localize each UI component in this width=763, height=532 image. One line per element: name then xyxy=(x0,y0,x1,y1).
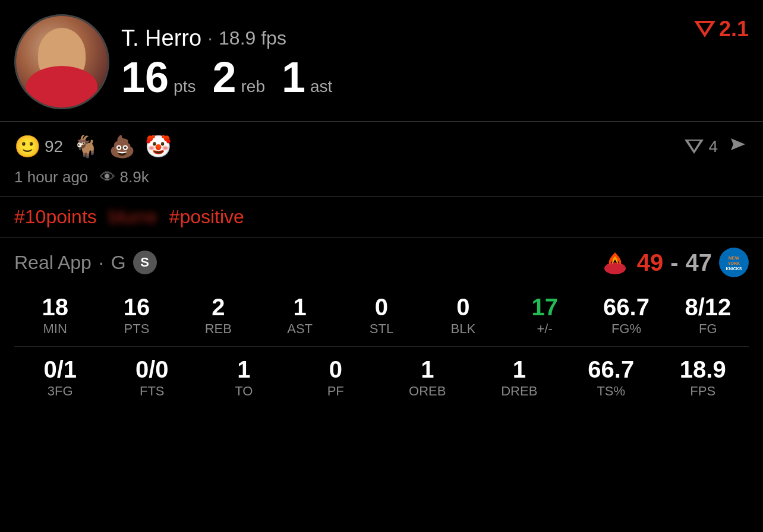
svg-text:NEW: NEW xyxy=(729,255,740,261)
hashtags-section: #10points blurre #positive xyxy=(0,197,763,238)
stat-3fg-value: 0/1 xyxy=(14,356,106,382)
home-score: 49 xyxy=(637,249,664,276)
stat-stl: 0 STL xyxy=(340,292,422,339)
game-section: Real App · G S 49 - 47 NEW YORK KNICKS xyxy=(0,238,763,411)
score-rating-value: 2.1 xyxy=(719,17,749,42)
reactions-section: 🙂 92 🐐 💩 🤡 4 xyxy=(0,122,763,166)
stat-to: 1 TO xyxy=(198,354,290,401)
stat-fg: 8/12 FG xyxy=(667,292,749,339)
smiley-emoji: 🙂 xyxy=(14,134,41,159)
game-score: 49 - 47 NEW YORK KNICKS xyxy=(600,248,749,277)
position-separator: · xyxy=(99,252,104,274)
svg-marker-0 xyxy=(731,138,745,150)
stat-stl-key: STL xyxy=(340,321,422,337)
vote-button[interactable]: 4 xyxy=(685,137,718,156)
app-name: Real App xyxy=(14,252,92,274)
stat-fps: 18.9 FPS xyxy=(657,354,749,401)
stat-blk: 0 BLK xyxy=(423,292,504,339)
player-reb-value: 2 xyxy=(212,56,236,99)
stats-row-divider xyxy=(14,346,749,347)
stat-ast-value: 1 xyxy=(259,294,340,320)
stat-reb: 2 REB xyxy=(178,292,259,339)
stat-min-key: MIN xyxy=(14,321,96,337)
stat-plusminus: 17 +/- xyxy=(504,292,585,339)
game-title: Real App · G S xyxy=(14,251,157,274)
stat-ast: 1 AST xyxy=(259,292,340,339)
goat-emoji[interactable]: 🐐 xyxy=(72,134,99,159)
player-ast-value: 1 xyxy=(282,56,305,99)
position-label: G xyxy=(111,252,126,274)
vote-triangle-icon xyxy=(685,140,704,154)
stat-fps-key: FPS xyxy=(657,384,749,399)
stats-grid-row1: 18 MIN 16 PTS 2 REB 1 AST 0 STL 0 BLK 17… xyxy=(14,287,749,344)
meta-row: 1 hour ago 👁 8.9k xyxy=(0,166,763,196)
player-header: T. Herro · 18.9 fps 16 pts 2 reb 1 ast 2… xyxy=(0,0,763,121)
player-ast-label: ast xyxy=(310,77,332,96)
poop-emoji[interactable]: 💩 xyxy=(109,134,135,159)
knicks-logo: NEW YORK KNICKS xyxy=(719,248,749,277)
stat-reb-key: REB xyxy=(178,321,259,337)
stat-to-key: TO xyxy=(198,384,290,399)
stat-min: 18 MIN xyxy=(14,292,96,339)
svg-text:KNICKS: KNICKS xyxy=(726,267,742,271)
reactions-left: 🙂 92 🐐 💩 🤡 xyxy=(14,134,172,159)
stat-to-value: 1 xyxy=(198,356,290,382)
stat-pf-value: 0 xyxy=(290,356,382,382)
reactions-right: 4 xyxy=(685,134,749,160)
stat-dreb-value: 1 xyxy=(474,356,566,382)
stat-3fg-key: 3FG xyxy=(14,384,106,399)
player-name: T. Herro xyxy=(121,26,201,51)
clown-emoji[interactable]: 🤡 xyxy=(145,134,172,159)
stat-fgpct-value: 66.7 xyxy=(585,294,667,320)
hashtag-2[interactable]: #positive xyxy=(169,206,244,228)
stat-pf-key: PF xyxy=(290,384,382,399)
stat-plusminus-value: 17 xyxy=(504,294,585,320)
stat-pts: 16 PTS xyxy=(96,292,177,339)
svg-point-1 xyxy=(604,262,626,274)
stat-fg-value: 8/12 xyxy=(667,294,749,320)
stat-pts-key: PTS xyxy=(96,321,177,337)
stat-fgpct-key: FG% xyxy=(585,321,667,337)
smiley-reaction[interactable]: 🙂 92 xyxy=(14,134,63,159)
views-count: 8.9k xyxy=(120,168,149,186)
player-info: T. Herro · 18.9 fps 16 pts 2 reb 1 ast xyxy=(121,26,749,99)
player-pts-value: 16 xyxy=(121,56,169,99)
stat-pts-value: 16 xyxy=(96,294,177,320)
stats-grid-row2: 0/1 3FG 0/0 FTS 1 TO 0 PF 1 OREB 1 DREB … xyxy=(14,349,749,406)
stat-blk-key: BLK xyxy=(423,321,504,337)
hashtag-1[interactable]: #10points xyxy=(14,206,97,228)
stat-plusminus-key: +/- xyxy=(504,321,585,337)
game-header: Real App · G S 49 - 47 NEW YORK KNICKS xyxy=(14,248,749,277)
vote-count: 4 xyxy=(708,137,718,156)
stat-fgpct: 66.7 FG% xyxy=(585,292,667,339)
stat-reb-value: 2 xyxy=(178,294,259,320)
stat-min-value: 18 xyxy=(14,294,96,320)
position-badge: S xyxy=(133,251,157,274)
player-avatar xyxy=(14,14,109,109)
score-rating-badge: 2.1 xyxy=(694,17,749,42)
score-triangle-icon xyxy=(694,21,715,37)
stat-oreb-key: OREB xyxy=(382,384,474,399)
stat-tspct: 66.7 TS% xyxy=(565,354,657,401)
smiley-count: 92 xyxy=(45,137,63,156)
stat-oreb: 1 OREB xyxy=(382,354,474,401)
stat-blk-value: 0 xyxy=(423,294,504,320)
stat-fts: 0/0 FTS xyxy=(106,354,198,401)
time-ago: 1 hour ago xyxy=(14,168,88,186)
stat-fts-value: 0/0 xyxy=(106,356,198,382)
heat-logo xyxy=(600,248,630,277)
stat-dreb: 1 DREB xyxy=(474,354,566,401)
svg-text:YORK: YORK xyxy=(728,261,740,265)
stat-3fg: 0/1 3FG xyxy=(14,354,106,401)
stat-oreb-value: 1 xyxy=(382,356,474,382)
stat-fts-key: FTS xyxy=(106,384,198,399)
stat-fps-value: 18.9 xyxy=(657,356,749,382)
player-reb-label: reb xyxy=(241,77,265,96)
player-fps: 18.9 fps xyxy=(219,27,286,49)
stat-tspct-value: 66.7 xyxy=(565,356,657,382)
stat-dreb-key: DREB xyxy=(474,384,566,399)
stat-ast-key: AST xyxy=(259,321,340,337)
player-main-stats: 16 pts 2 reb 1 ast xyxy=(121,56,749,99)
share-button[interactable] xyxy=(727,134,749,160)
away-score: 47 xyxy=(686,249,712,276)
